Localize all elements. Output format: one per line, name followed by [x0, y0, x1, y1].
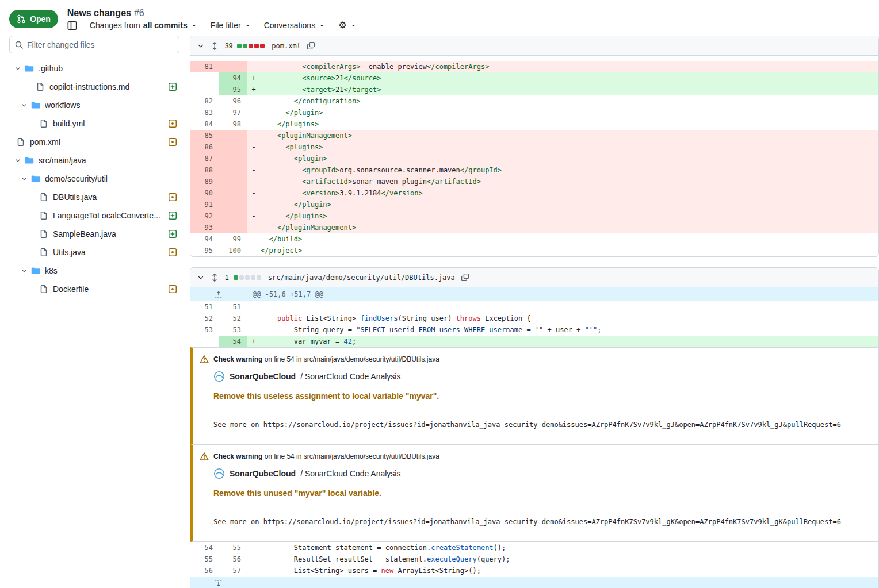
- new-line-number[interactable]: [219, 222, 247, 233]
- new-line-number[interactable]: [219, 210, 247, 222]
- diff-marker: -: [247, 61, 261, 72]
- expand-up-button[interactable]: [190, 287, 247, 301]
- new-line-number[interactable]: [219, 61, 247, 72]
- diff-marker: [247, 233, 261, 245]
- hunk-range: @@ -51,6 +51,7 @@: [247, 287, 323, 301]
- old-line-number[interactable]: 55: [190, 554, 219, 565]
- file-tree-item[interactable]: SampleBean.java: [9, 225, 181, 243]
- new-line-number[interactable]: 53: [219, 324, 247, 336]
- new-line-number[interactable]: [219, 187, 247, 199]
- file-name[interactable]: src/main/java/demo/security/util/DBUtils…: [268, 274, 455, 282]
- new-line-number[interactable]: 95: [219, 84, 247, 95]
- old-line-number[interactable]: 95: [190, 245, 219, 256]
- expand-down-button[interactable]: [190, 577, 247, 588]
- old-line-number[interactable]: 56: [190, 565, 219, 577]
- new-line-number[interactable]: 100: [219, 245, 247, 256]
- pr-status-label: Open: [30, 14, 51, 24]
- old-line-number[interactable]: 81: [190, 61, 219, 72]
- old-line-number[interactable]: 51: [190, 301, 219, 313]
- copy-file-path-button[interactable]: [461, 273, 469, 282]
- new-line-number[interactable]: [219, 130, 247, 141]
- file-tree-item-label: .github: [39, 64, 63, 73]
- caret-down-icon: [190, 22, 198, 29]
- old-line-number[interactable]: 86: [190, 141, 219, 153]
- old-line-number[interactable]: 89: [190, 176, 219, 187]
- new-line-number[interactable]: [219, 141, 247, 153]
- old-line-number[interactable]: 84: [190, 118, 219, 130]
- diff-marker: +: [247, 72, 261, 84]
- old-line-number[interactable]: 87: [190, 153, 219, 164]
- file-tree-item[interactable]: workflows: [9, 96, 181, 114]
- old-line-number[interactable]: 82: [190, 95, 219, 107]
- old-line-number[interactable]: 94: [190, 233, 219, 245]
- new-line-number[interactable]: 54: [219, 336, 247, 347]
- old-line-number[interactable]: [190, 84, 219, 95]
- sonarqube-icon: [213, 371, 225, 382]
- file-filter-input[interactable]: [9, 36, 179, 53]
- diff-settings-dropdown[interactable]: ⚙: [338, 21, 357, 30]
- file-tree-item[interactable]: .github: [9, 59, 181, 78]
- folder-icon: [31, 174, 40, 183]
- new-line-number[interactable]: [219, 164, 247, 176]
- old-line-number[interactable]: 92: [190, 210, 219, 222]
- old-line-number[interactable]: 85: [190, 130, 219, 141]
- file-tree-item[interactable]: demo/security/util: [9, 170, 181, 188]
- file-tree-item[interactable]: build.yml: [9, 114, 181, 133]
- old-line-number[interactable]: 93: [190, 222, 219, 233]
- old-line-number[interactable]: 91: [190, 199, 219, 210]
- old-line-number[interactable]: 54: [190, 542, 219, 554]
- new-line-number[interactable]: 94: [219, 72, 247, 84]
- old-line-number[interactable]: [190, 72, 219, 84]
- new-line-number[interactable]: 97: [219, 107, 247, 118]
- file-tree-item[interactable]: pom.xml: [9, 133, 181, 151]
- arrows-up-down-icon: [210, 273, 219, 282]
- check-annotation: Check warning on line 54 in src/main/jav…: [190, 347, 878, 445]
- new-line-number[interactable]: 51: [219, 301, 247, 313]
- code-line: var myvar = 42;: [261, 336, 878, 347]
- old-line-number[interactable]: 53: [190, 324, 219, 336]
- diff-marker: [247, 301, 261, 313]
- new-line-number[interactable]: [219, 199, 247, 210]
- new-line-number[interactable]: 98: [219, 118, 247, 130]
- conversations-dropdown[interactable]: Conversations: [264, 21, 326, 30]
- code-line: ResultSet resultSet = statement.executeQ…: [261, 554, 878, 565]
- new-line-number[interactable]: 57: [219, 565, 247, 577]
- pr-status-badge: Open: [9, 10, 58, 28]
- diff-table: @@ -51,6 +51,7 @@51515252 public List<St…: [190, 287, 878, 588]
- collapse-diff-button[interactable]: [196, 273, 205, 282]
- changes-from-value: all commits: [143, 21, 188, 30]
- copy-file-path-button[interactable]: [307, 41, 315, 50]
- old-line-number[interactable]: 52: [190, 313, 219, 324]
- collapse-diff-button[interactable]: [196, 41, 205, 51]
- file-tree-toggle-button[interactable]: [67, 21, 77, 30]
- folder-icon: [25, 64, 34, 73]
- file-tree-item[interactable]: DBUtils.java: [9, 188, 181, 206]
- diff-modified-icon: [168, 119, 177, 128]
- file-name[interactable]: pom.xml: [272, 42, 301, 50]
- file-tree-item[interactable]: Dockerfile: [9, 280, 181, 298]
- old-line-number[interactable]: 83: [190, 107, 219, 118]
- hunk-header: @@ -51,6 +51,7 @@: [190, 287, 878, 301]
- diffstat-square: [254, 44, 259, 48]
- diff-marker: [247, 324, 261, 336]
- old-line-number[interactable]: 90: [190, 187, 219, 199]
- file-tree-item[interactable]: copilot-instructions.md: [9, 78, 181, 96]
- old-line-number[interactable]: [190, 336, 219, 347]
- new-line-number[interactable]: 99: [219, 233, 247, 245]
- file-tree-item[interactable]: LanguageToLocaleConverte...: [9, 206, 181, 225]
- conversations-label: Conversations: [264, 21, 316, 30]
- file-filter-dropdown[interactable]: File filter: [211, 21, 251, 30]
- new-line-number[interactable]: 96: [219, 95, 247, 107]
- changes-from-dropdown[interactable]: Changes from all commits: [90, 21, 198, 30]
- new-line-number[interactable]: [219, 153, 247, 164]
- new-line-number[interactable]: 55: [219, 542, 247, 554]
- file-tree-item[interactable]: Utils.java: [9, 243, 181, 262]
- diff-marker: [247, 542, 261, 554]
- file-tree-item[interactable]: k8s: [9, 262, 181, 280]
- new-line-number[interactable]: 56: [219, 554, 247, 565]
- file-tree-item[interactable]: src/main/java: [9, 151, 181, 170]
- copy-icon: [307, 41, 315, 50]
- new-line-number[interactable]: [219, 176, 247, 187]
- old-line-number[interactable]: 88: [190, 164, 219, 176]
- new-line-number[interactable]: 52: [219, 313, 247, 324]
